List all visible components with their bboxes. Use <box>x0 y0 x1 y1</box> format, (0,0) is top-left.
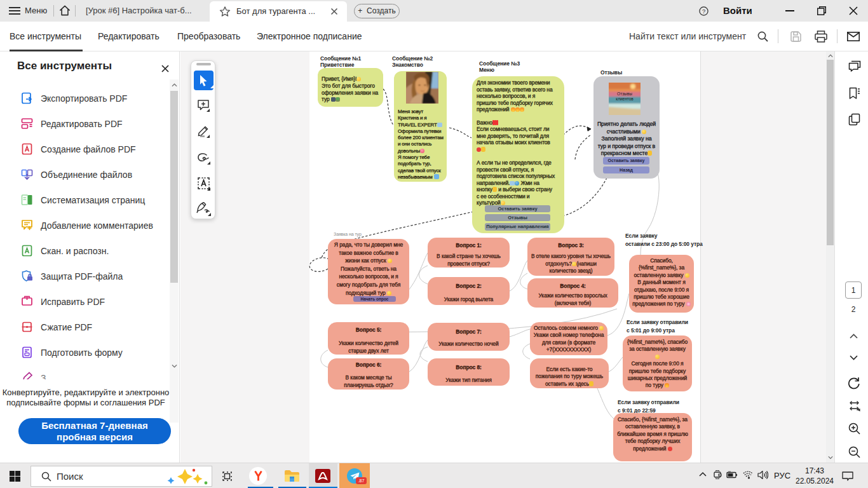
svg-text:?: ? <box>702 8 705 15</box>
svg-text:клиентов: клиентов <box>616 97 634 101</box>
svg-text:Отзывы: Отзывы <box>617 92 632 96</box>
